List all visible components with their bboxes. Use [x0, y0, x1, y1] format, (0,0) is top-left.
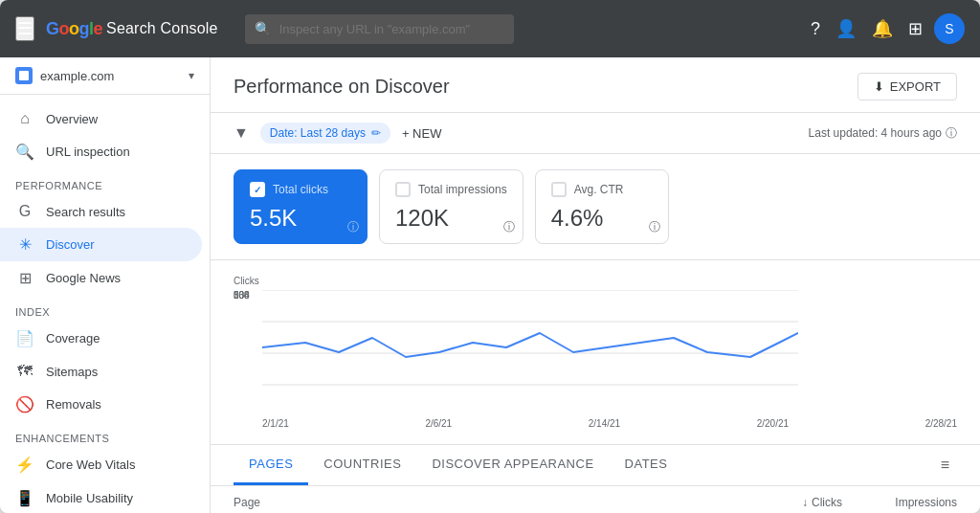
metric-checkbox [250, 182, 265, 197]
metrics-row: Total clicks 5.5K ⓘ Total impressions 12… [211, 154, 980, 260]
sidebar-item-label: Sitemaps [46, 365, 98, 379]
mobile-icon: 📱 [15, 489, 34, 507]
notifications-icon[interactable]: 🔔 [868, 14, 897, 43]
cwv-icon: ⚡ [15, 456, 34, 474]
metric-total-impressions[interactable]: Total impressions 120K ⓘ [379, 169, 523, 244]
x-label-5: 2/28/21 [925, 418, 957, 429]
x-label-3: 2/14/21 [589, 418, 620, 429]
sidebar-item-removals[interactable]: 🚫 Removals [0, 388, 202, 421]
sidebar-item-url-inspection[interactable]: 🔍 URL inspection [0, 135, 202, 168]
metric-avg-ctr[interactable]: Avg. CTR 4.6% ⓘ [535, 169, 669, 244]
table-header: Page ↓ Clicks Impressions [211, 486, 980, 513]
sort-icon[interactable]: ≡ [933, 449, 957, 481]
metric-label: Total clicks [273, 183, 328, 196]
coverage-icon: 📄 [15, 329, 34, 347]
removals-icon: 🚫 [15, 395, 34, 413]
sidebar-item-label: Coverage [46, 331, 100, 346]
chart-x-labels: 2/1/21 2/6/21 2/14/21 2/20/21 2/28/21 [262, 418, 957, 429]
topbar-icons: ? 👤 🔔 ⊞ S [807, 13, 965, 44]
tab-countries[interactable]: COUNTRIES [308, 445, 416, 485]
filter-icon[interactable]: ▼ [234, 124, 249, 142]
x-label-2: 2/6/21 [425, 418, 452, 429]
sidebar-item-coverage[interactable]: 📄 Coverage [0, 322, 202, 355]
x-label-4: 2/20/21 [757, 418, 789, 429]
tab-pages[interactable]: PAGES [234, 445, 308, 485]
sidebar-item-google-news[interactable]: ⊞ Google News [0, 261, 202, 295]
property-dropdown-icon: ▾ [189, 69, 194, 82]
chart-svg [262, 290, 957, 389]
chart-area: Clicks 500 334 168 0 [211, 260, 980, 445]
edit-icon: ✏ [371, 126, 381, 140]
metric-checkbox [551, 182, 567, 197]
topbar-search: 🔍 [245, 14, 515, 44]
export-label: EXPORT [890, 79, 941, 94]
filter-bar: ▼ Date: Last 28 days ✏ + NEW Last update… [211, 113, 980, 154]
sidebar-item-search-results[interactable]: G Search results [0, 195, 202, 228]
page-area: Performance on Discover ⬇ EXPORT ▼ Date:… [211, 57, 980, 513]
sitemaps-icon: 🗺 [15, 363, 34, 380]
tabs-section: PAGES COUNTRIES DISCOVER APPEARANCE DATE… [211, 445, 980, 513]
home-icon: ⌂ [15, 110, 34, 127]
new-button[interactable]: + NEW [402, 126, 442, 141]
help-icon[interactable]: ? [807, 15, 824, 43]
tab-dates[interactable]: DATES [610, 445, 683, 485]
metric-info-icon: ⓘ [503, 219, 515, 235]
chart-y-axis-title: Clicks [234, 276, 957, 286]
url-search-input[interactable] [245, 14, 515, 44]
search-results-icon: G [15, 203, 34, 220]
sidebar-item-discover[interactable]: ✳ Discover [0, 228, 202, 261]
property-name: example.com [40, 69, 114, 83]
apps-icon[interactable]: ⊞ [904, 14, 926, 43]
metric-total-clicks[interactable]: Total clicks 5.5K ⓘ [234, 169, 368, 244]
share-icon[interactable]: 👤 [832, 14, 860, 43]
sidebar-item-core-web-vitals[interactable]: ⚡ Core Web Vitals [0, 448, 202, 481]
tabs-row: PAGES COUNTRIES DISCOVER APPEARANCE DATE… [211, 445, 980, 486]
metric-info-icon: ⓘ [347, 219, 359, 235]
metric-checkbox [395, 182, 411, 197]
x-label-1: 2/1/21 [262, 418, 289, 429]
info-icon: ⓘ [946, 125, 957, 142]
discover-icon: ✳ [15, 235, 34, 254]
avatar[interactable]: S [934, 13, 965, 44]
sidebar-item-label: Discover [46, 237, 95, 252]
sidebar-item-label: Search results [46, 205, 125, 219]
metric-value: 4.6% [551, 205, 653, 232]
sidebar-item-label: Core Web Vitals [46, 457, 135, 472]
metric-info-icon: ⓘ [649, 219, 660, 235]
y-label-0: 0 [234, 290, 239, 301]
download-icon: ⬇ [874, 79, 884, 94]
enhancements-section-label: Enhancements [0, 421, 210, 448]
chart-container: 500 334 168 0 [234, 290, 957, 414]
sidebar-item-label: Overview [46, 112, 98, 126]
col-clicks-header[interactable]: ↓ Clicks [727, 496, 842, 509]
property-icon [15, 67, 33, 84]
metric-value: 120K [395, 205, 507, 232]
sidebar-item-label: Google News [46, 271, 121, 285]
google-logo: Google [46, 19, 102, 39]
app-wrapper: ☰ Google Search Console 🔍 ? 👤 🔔 ⊞ S [0, 0, 980, 513]
metric-value: 5.5K [250, 205, 351, 232]
sort-down-icon: ↓ [802, 496, 808, 509]
sidebar-item-overview[interactable]: ⌂ Overview [0, 102, 202, 135]
page-header: Performance on Discover ⬇ EXPORT [211, 57, 980, 113]
sidebar-property[interactable]: example.com ▾ [0, 57, 210, 95]
svg-rect-0 [19, 71, 29, 80]
sidebar-item-label: Removals [46, 397, 101, 412]
sidebar-item-mobile-usability[interactable]: 📱 Mobile Usability [0, 481, 202, 513]
col-page-header: Page [234, 496, 727, 509]
google-news-icon: ⊞ [15, 269, 34, 287]
last-updated: Last updated: 4 hours ago ⓘ [809, 125, 957, 142]
sidebar: example.com ▾ ⌂ Overview 🔍 URL inspectio… [0, 57, 211, 513]
metric-label: Avg. CTR [574, 183, 624, 196]
index-section-label: Index [0, 295, 210, 322]
menu-icon[interactable]: ☰ [15, 16, 34, 41]
date-chip[interactable]: Date: Last 28 days ✏ [260, 123, 390, 144]
sidebar-item-label: URL inspection [46, 145, 130, 159]
performance-section-label: Performance [0, 168, 210, 195]
page-title: Performance on Discover [234, 76, 450, 98]
tab-discover-appearance[interactable]: DISCOVER APPEARANCE [416, 445, 609, 485]
sidebar-item-sitemaps[interactable]: 🗺 Sitemaps [0, 355, 202, 388]
search-icon: 🔍 [255, 21, 271, 36]
export-button[interactable]: ⬇ EXPORT [858, 73, 957, 100]
app-title: Search Console [106, 20, 218, 37]
